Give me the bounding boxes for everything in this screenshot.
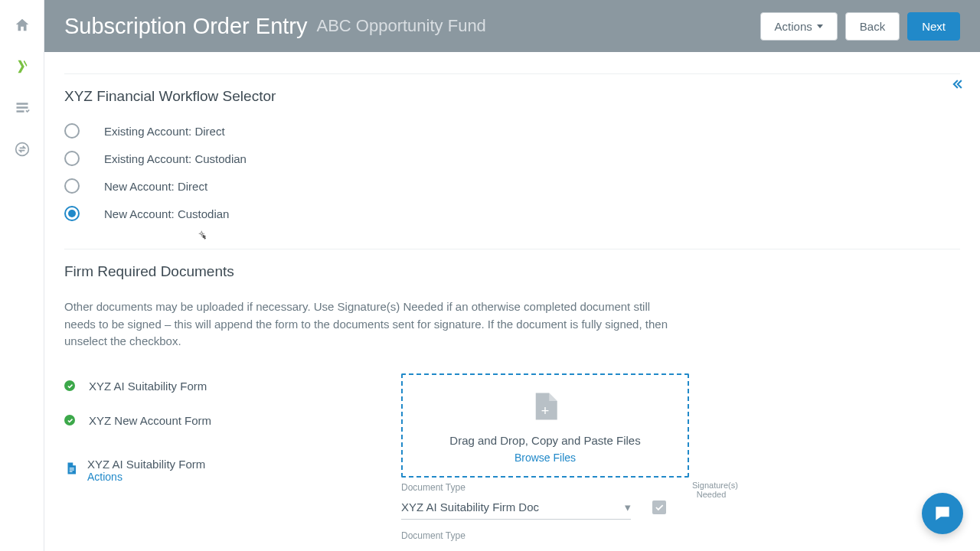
actions-button[interactable]: Actions <box>760 12 838 41</box>
check-icon <box>64 415 75 425</box>
collapse-right-icon[interactable] <box>949 77 965 95</box>
signature-needed-header: Signature(s) Needed <box>692 481 730 499</box>
required-doc-label: XYZ AI Suitability Form <box>89 380 207 393</box>
svg-rect-6 <box>70 470 74 471</box>
actions-button-label: Actions <box>775 20 812 33</box>
radio-new-direct[interactable]: New Account: Direct <box>64 178 960 194</box>
radio-label: New Account: Direct <box>104 180 207 193</box>
dropzone-text: Drag and Drop, Copy and Paste Files <box>449 434 640 447</box>
radio-label: Existing Account: Direct <box>104 125 225 138</box>
radio-icon-selected <box>64 206 80 221</box>
radio-icon <box>64 151 80 166</box>
page-header: Subscription Order Entry ABC Opportunity… <box>44 0 980 52</box>
next-button[interactable]: Next <box>907 12 960 41</box>
svg-rect-2 <box>16 110 24 112</box>
required-doc-item: XYZ AI Suitability Form <box>64 380 294 393</box>
radio-new-custodian[interactable]: New Account: Custodian <box>64 206 960 221</box>
radio-label: Existing Account: Custodian <box>104 152 247 165</box>
svg-point-3 <box>15 143 28 156</box>
document-type-label: Document Type <box>401 482 689 493</box>
svg-rect-7 <box>70 471 73 472</box>
file-plus-icon: + <box>529 386 561 429</box>
cursor-icon <box>198 230 208 243</box>
required-doc-label: XYZ New Account Form <box>89 414 211 427</box>
divider <box>64 249 960 249</box>
brand-x-icon[interactable] <box>14 58 31 75</box>
back-button[interactable]: Back <box>845 12 900 41</box>
home-icon[interactable] <box>14 17 31 34</box>
workflow-radio-group: Existing Account: Direct Existing Accoun… <box>64 123 960 221</box>
radio-icon <box>64 178 80 194</box>
signature-needed-checkbox[interactable] <box>652 500 666 514</box>
svg-rect-5 <box>70 468 74 468</box>
uploaded-doc-actions-link[interactable]: Actions <box>87 471 205 483</box>
file-dropzone[interactable]: + Drag and Drop, Copy and Paste Files Br… <box>401 373 689 478</box>
radio-existing-direct[interactable]: Existing Account: Direct <box>64 123 960 139</box>
radio-label: New Account: Custodian <box>104 207 229 220</box>
radio-icon <box>64 123 80 139</box>
svg-rect-1 <box>16 106 28 109</box>
left-sidebar <box>0 0 44 551</box>
svg-point-4 <box>201 233 203 235</box>
uploaded-doc-name: XYZ AI Suitability Form <box>87 458 205 471</box>
page-subtitle: ABC Opportunity Fund <box>317 16 486 36</box>
uploaded-doc-row: XYZ AI Suitability Form Actions <box>64 458 294 483</box>
list-check-icon[interactable] <box>14 99 31 116</box>
transfer-icon[interactable] <box>14 141 31 158</box>
page-title: Subscription Order Entry <box>64 14 308 39</box>
document-type-value: XYZ AI Suitability Firm Doc <box>401 500 539 514</box>
chevron-down-icon <box>817 24 823 28</box>
chevron-down-icon: ▾ <box>625 500 631 514</box>
workflow-title: XYZ Financial Workflow Selector <box>64 88 960 105</box>
documents-title: Firm Required Documents <box>64 263 960 280</box>
chat-fab[interactable] <box>922 493 963 534</box>
document-type-select[interactable]: XYZ AI Suitability Firm Doc ▾ <box>401 496 631 520</box>
documents-description: Other documents may be uploaded if neces… <box>64 298 669 350</box>
radio-existing-custodian[interactable]: Existing Account: Custodian <box>64 151 960 166</box>
svg-rect-0 <box>16 103 28 105</box>
browse-files-link[interactable]: Browse Files <box>514 452 576 464</box>
document-type-label-2: Document Type <box>401 530 689 541</box>
required-doc-item: XYZ New Account Form <box>64 414 294 427</box>
divider <box>64 73 960 74</box>
check-icon <box>64 380 75 391</box>
file-icon <box>64 460 78 480</box>
